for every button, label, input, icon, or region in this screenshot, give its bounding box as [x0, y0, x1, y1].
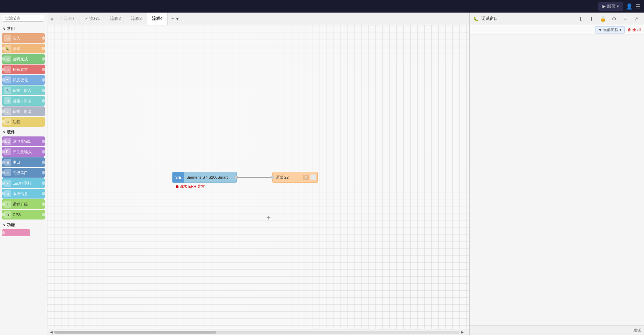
deploy-icon: ▶ [602, 4, 606, 9]
canvas-nav-left[interactable]: ◀ [50, 330, 53, 334]
node-gps[interactable]: ⊙ GPS [2, 210, 45, 219]
right-panel-toolbar: ▼ 当前流程 ▾ 🗑 全 all [470, 25, 644, 35]
gps-port-right [42, 213, 45, 216]
switch-label: 开关量输入 [13, 149, 43, 155]
gps-port-left [1, 213, 5, 216]
serial-port-right [42, 161, 45, 164]
gps-label: GPS [13, 213, 43, 217]
right-panel-bottom: 发送 [470, 325, 644, 335]
tab-flow4[interactable]: 流程4 [147, 13, 168, 25]
list-icon[interactable]: ≡ [621, 15, 629, 23]
section-func: ∨功能 [0, 220, 47, 229]
sysinfo-label: 系统信息 [13, 191, 43, 196]
tab-flow3[interactable]: 流程3 [126, 13, 147, 25]
tab-dropdown-icon: ▾ [176, 15, 179, 22]
tab-label-flow1-disabled: 流程1 [64, 16, 75, 22]
tab-add[interactable]: + ▾ [168, 15, 182, 22]
search-input[interactable] [3, 15, 44, 22]
filter-label: 当前流程 [603, 27, 619, 32]
node-link-in[interactable]: 🔧 链接 - 输入 [2, 85, 45, 95]
filter-button[interactable]: ▼ 当前流程 ▾ [595, 26, 625, 34]
node-switch-in[interactable]: DI 开关量输入 [2, 147, 45, 157]
node-link-cb[interactable]: ⚙ 链接 - 回调 [2, 96, 45, 106]
listen-port-left [1, 57, 5, 61]
filter-chevron: ▾ [620, 28, 622, 32]
node-link-out[interactable]: ♪ 链接 - 输出 [2, 106, 45, 116]
status-port-right [42, 78, 45, 82]
main-layout: ∨常用 → 注入 🐛 调试 ◎ 监听完成 ⚠ 捕 [0, 13, 644, 335]
canvas-area[interactable]: SIE Siemens S7-S200Smart 调试 22 ⚙ □ 请求 ER… [47, 25, 469, 329]
serial-icon: ⊞ [4, 159, 11, 166]
node-listen[interactable]: ◎ 监听完成 [2, 54, 45, 64]
status-label: 状态变化 [13, 77, 43, 83]
adv-serial-port-right [42, 171, 45, 174]
right-panel-header: 🐛 调试窗口 ℹ ⬆ 🔒 ⚙ ≡ ⤢ [470, 13, 644, 25]
led-port-left [1, 181, 5, 185]
relay-icon: DO [4, 138, 11, 145]
serial-label: 串口 [13, 160, 43, 165]
node-relay-out[interactable]: DO 继电器输出 [2, 136, 45, 146]
canvas-nav-right[interactable]: ▶ [461, 330, 464, 334]
connection-line [237, 177, 274, 178]
catch-label: 捕获异常 [13, 67, 43, 72]
user-icon[interactable]: 👤 [626, 3, 633, 10]
node-led[interactable]: ● LED指示灯 [2, 178, 45, 188]
siemens-badge: SIE [173, 172, 184, 183]
tab-check-icon-1: ✓ [59, 16, 63, 21]
settings-icon[interactable]: ⚙ [610, 15, 618, 23]
export-icon[interactable]: ⬆ [587, 15, 596, 23]
node-inject[interactable]: → 注入 [2, 33, 45, 43]
tab-label-flow2: 流程2 [110, 16, 121, 22]
upgrade-port-right [42, 202, 45, 206]
listen-icon: ◎ [4, 55, 11, 62]
tab-label-flow3: 流程3 [131, 16, 142, 22]
upgrade-icon: ↑ [4, 201, 11, 208]
status-port-left [1, 78, 5, 82]
tab-scroll-left[interactable]: ◀ [49, 16, 54, 21]
menu-icon[interactable]: ☰ [636, 3, 641, 10]
comment-icon: ⊟ [4, 118, 11, 125]
info-icon[interactable]: ℹ [576, 15, 585, 23]
relay-label: 继电器输出 [13, 139, 43, 144]
debug-node[interactable]: 调试 22 ⚙ □ [272, 172, 318, 183]
node-serial[interactable]: ⊞ 串口 [2, 157, 45, 167]
debug-toggle[interactable]: □ [310, 174, 316, 180]
link-in-icon: 🔧 [4, 87, 11, 94]
node-advanced-serial[interactable]: ⊞ 高级串口 [2, 168, 45, 178]
node-comment[interactable]: ⊟ 注程 [2, 117, 45, 127]
tab-flow1[interactable]: ✓ 流程1 [80, 13, 105, 25]
switch-icon: DI [4, 148, 11, 155]
node-debug[interactable]: 🐛 调试 [2, 44, 45, 53]
link-in-port-right [42, 89, 45, 92]
upgrade-label: 远程升级 [13, 202, 43, 207]
sysinfo-port-left [1, 192, 5, 195]
node-sysinfo[interactable]: ⚙ 系统信息 [2, 189, 45, 199]
debug-node-icon: ⚙ [303, 175, 309, 180]
tab-flow1-disabled[interactable]: ✓ 流程1 [54, 13, 80, 25]
tab-flow2[interactable]: 流程2 [105, 13, 126, 25]
serial-port-left [1, 161, 5, 164]
switch-port-right [42, 150, 45, 154]
clear-button[interactable]: 🗑 全 all [628, 27, 641, 32]
catch-port-left [1, 68, 5, 71]
siemens-node[interactable]: SIE Siemens S7-S200Smart [172, 172, 237, 183]
listen-label: 监听完成 [13, 57, 43, 62]
node-func-item[interactable]: … [2, 229, 30, 236]
topbar: ▶ 部署 ▾ 👤 ☰ [0, 0, 644, 13]
debug-window-title: 调试窗口 [481, 16, 498, 22]
node-status[interactable]: 〜 状态变化 [2, 75, 45, 85]
expand-icon[interactable]: ⤢ [632, 15, 641, 23]
relay-port-right [42, 140, 45, 143]
led-port-right [42, 181, 45, 185]
lock-icon[interactable]: 🔒 [599, 15, 607, 23]
node-upgrade[interactable]: ↑ 远程升级 [2, 199, 45, 209]
deploy-button[interactable]: ▶ 部署 ▾ [598, 2, 623, 11]
comment-port-left [1, 120, 5, 124]
canvas-add-button[interactable]: + [264, 213, 273, 223]
node-catch[interactable]: ⚠ 捕获异常 [2, 65, 45, 74]
inject-label: 注入 [13, 36, 43, 41]
led-label: LED指示灯 [13, 181, 43, 186]
link-cb-port-right [42, 99, 45, 103]
link-out-port-left [1, 110, 5, 113]
error-dot [176, 185, 178, 188]
